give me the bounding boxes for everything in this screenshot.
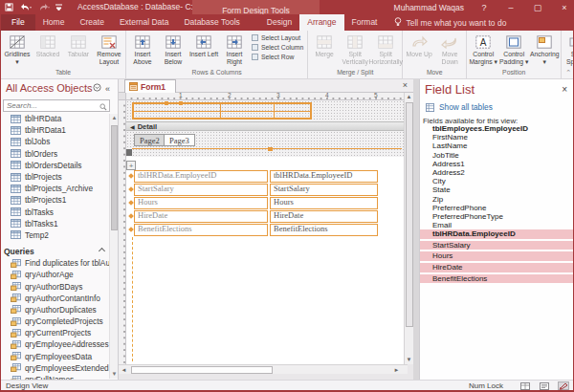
field-list-item-address1[interactable]: Address1 [420, 160, 574, 168]
tab-home[interactable]: Home [35, 14, 73, 31]
table-item-tblordersdetails[interactable]: tblOrdersDetails [1, 160, 110, 171]
scroll-down-icon[interactable]: ▼ [405, 356, 413, 364]
hscroll-thumb[interactable] [131, 366, 273, 374]
vscroll-thumb[interactable] [406, 102, 413, 327]
tab-database-tools[interactable]: Database Tools [176, 14, 247, 31]
query-item-qryemployeeaddresses[interactable]: qryEmployeeAddresses [1, 338, 110, 350]
query-item-qryauthorcontantinfo[interactable]: qryAuthorContantInfo [1, 293, 110, 304]
field-label-3[interactable]: HireDate [134, 210, 268, 223]
tab-design[interactable]: Design [259, 14, 299, 31]
insert-below-button[interactable]: Insert Below [158, 32, 188, 65]
field-list-item-tblhrdata-employeeid[interactable]: tblHRData.EmployeeID [420, 229, 574, 241]
field-list-close-icon[interactable]: × [562, 84, 567, 95]
field-list-item-hiredate[interactable]: HireDate [420, 263, 574, 274]
table-item-tblprojects1[interactable]: tblProjects1 [1, 194, 110, 206]
field-textbox-0[interactable]: tblHRData.EmployeeID [270, 170, 378, 183]
field-textbox-3[interactable]: HireDate [270, 210, 378, 223]
table-item-tblprojects_archive[interactable]: tblProjects_Archive [1, 183, 110, 194]
query-item-qryemployeesextended[interactable]: qryEmployeesExtended [1, 362, 110, 374]
tab-format[interactable]: Format [344, 14, 386, 31]
field-textbox-1[interactable]: StartSalary [270, 184, 378, 196]
table-item-tbljobs[interactable]: tblJobs [1, 136, 110, 147]
row-handle-icon[interactable] [128, 186, 134, 192]
form-view-icon[interactable] [539, 381, 550, 390]
remove-layout-button[interactable]: Remove Layout [94, 32, 124, 65]
detail-section-bar[interactable]: ◀ Detail [126, 121, 404, 131]
gridlines-button[interactable]: Gridlines ▾ [2, 32, 33, 65]
table-item-tblhrdata[interactable]: tblHRData [1, 113, 110, 124]
field-list-item-benefitelections[interactable]: BenefitElections [420, 274, 574, 286]
table-item-temp2[interactable]: Temp2 [1, 229, 110, 241]
search-input[interactable] [4, 101, 99, 110]
field-textbox-4[interactable]: BenefitElections [270, 224, 378, 236]
empty-layout-rows[interactable] [132, 102, 312, 120]
nav-menu-icon[interactable] [93, 83, 101, 94]
table-item-tblprojects[interactable]: tblProjects [1, 171, 110, 183]
tab-external-data[interactable]: External Data [112, 14, 177, 31]
collapse-ribbon-icon[interactable]: ⌃ [565, 69, 571, 76]
form1-tab[interactable]: Form1 [124, 79, 176, 93]
insert-above-button[interactable]: Insert Above [127, 32, 158, 65]
field-list-item-firstname[interactable]: FirstName [420, 133, 574, 142]
field-list-item-email[interactable]: Email [420, 221, 574, 229]
nav-scroll-down-icon[interactable]: ▼ [110, 370, 119, 379]
undo-icon[interactable] [19, 3, 32, 11]
control-padding-button[interactable]: Control Padding ▾ [498, 32, 529, 65]
size-space-button[interactable]: Size/ Space ▾ [563, 32, 574, 65]
scroll-left-icon[interactable]: ◄ [120, 366, 128, 375]
field-list-item-startsalary[interactable]: StartSalary [420, 241, 574, 252]
shutter-close-icon[interactable]: « [105, 84, 110, 94]
form-design-canvas[interactable]: ◀ Detail Page2Page3 + tblHRData.Employee… [126, 100, 404, 364]
design-view-icon[interactable] [558, 381, 569, 390]
field-list-item-state[interactable]: State [420, 185, 574, 194]
row-handle-icon[interactable] [128, 213, 134, 219]
query-item-qryemployeesdata[interactable]: qryEmployeesData [1, 351, 110, 362]
field-textbox-2[interactable]: Hours [270, 197, 378, 209]
tellme-box[interactable]: Tell me what you want to do [385, 14, 506, 31]
row-handle-icon[interactable] [128, 173, 134, 179]
tab-create[interactable]: Create [72, 14, 112, 31]
scroll-right-icon[interactable]: ► [392, 366, 401, 375]
minimize-button[interactable]: – [504, 3, 518, 12]
select-layout-button[interactable]: Select Layout [252, 34, 303, 41]
query-item-qryauthorage[interactable]: qryAuthorAge [1, 269, 110, 280]
table-item-tbltasks[interactable]: tblTasks [1, 207, 110, 218]
maximize-button[interactable]: ▢ [531, 3, 544, 12]
layout-move-handle[interactable]: + [126, 161, 136, 170]
query-item-qrycompletedprojects[interactable]: qryCompletedProjects [1, 316, 110, 327]
field-list-item-address2[interactable]: Address2 [420, 168, 574, 177]
field-list-item-city[interactable]: City [420, 177, 574, 185]
query-item-qryauthorbdays[interactable]: qryAuthorBDays [1, 280, 110, 292]
tab-file[interactable]: File [1, 14, 35, 31]
datasheet-view-icon[interactable] [519, 381, 531, 390]
scroll-up-icon[interactable]: ▲ [405, 93, 413, 101]
nav-scroll-thumb[interactable] [111, 125, 118, 230]
field-label-4[interactable]: BenefitElections [134, 224, 268, 236]
horizontal-scrollbar[interactable]: ◄ ► [119, 364, 408, 374]
field-label-0[interactable]: tblHRData.EmployeeID [134, 170, 268, 183]
field-list-item-jobtitle[interactable]: JobTitle [420, 151, 574, 160]
insert-right-button[interactable]: Insert Right [219, 32, 250, 65]
field-list-item-tblemployees-employeeid[interactable]: tblEmployees.EmployeeID [420, 124, 574, 133]
field-list-item-hours[interactable]: Hours [420, 251, 574, 263]
select-column-button[interactable]: Select Column [252, 44, 303, 51]
row-handle-icon[interactable] [128, 227, 134, 232]
query-item-find-duplicates-for-tblauthors[interactable]: Find duplicates for tblAuthors [1, 257, 110, 269]
page-tab-page2[interactable]: Page2 [134, 134, 166, 146]
anchoring-button[interactable]: Anchoring ▾ [529, 32, 560, 65]
insert-left-button[interactable]: Insert Left [188, 32, 219, 58]
field-list-item-preferredphonetype[interactable]: PreferredPhoneType [420, 212, 574, 221]
nav-search-box[interactable] [3, 99, 110, 112]
tab-arrange[interactable]: Arrange [299, 14, 343, 31]
show-all-tables-link[interactable]: Show all tables [426, 102, 493, 112]
save-icon[interactable] [5, 3, 13, 11]
queries-section-header[interactable]: Queries [1, 245, 110, 257]
redo-icon[interactable] [37, 3, 50, 11]
customize-qat-icon[interactable] [55, 4, 62, 11]
vertical-scrollbar[interactable]: ▲ ▼ [404, 93, 413, 364]
nav-scroll-up-icon[interactable]: ▲ [110, 114, 119, 122]
page-tab-page3[interactable]: Page3 [164, 134, 195, 146]
field-list-item-lastname[interactable]: LastName [420, 142, 574, 150]
row-handle-icon[interactable] [128, 200, 134, 206]
field-list-item-preferredphone[interactable]: PreferredPhone [420, 204, 574, 212]
